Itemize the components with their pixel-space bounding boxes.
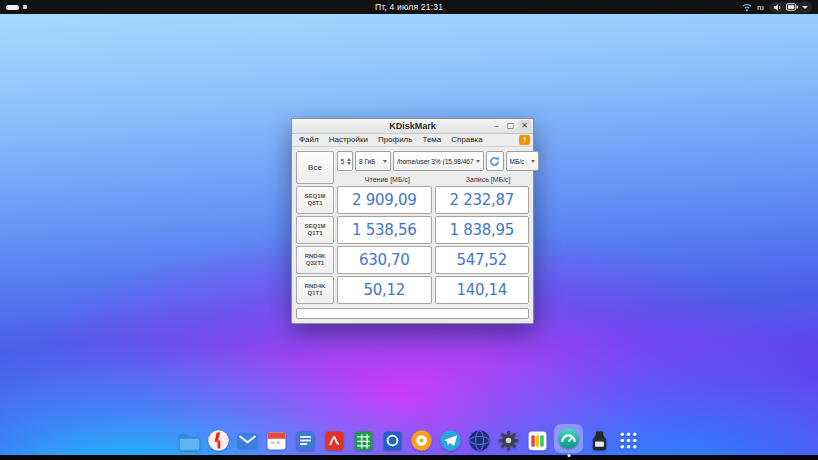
dock-icon-text-document[interactable] bbox=[293, 428, 318, 453]
dock-icon-clock[interactable] bbox=[409, 428, 434, 453]
panel-right: ru bbox=[742, 2, 812, 13]
table-row: SEQ1M Q8T1 2 909,09 2 232,87 bbox=[296, 186, 529, 214]
write-header: Запись [МБ/с] bbox=[438, 176, 539, 183]
chevron-down-icon bbox=[802, 6, 808, 9]
dock-icon-calendar[interactable] bbox=[264, 428, 289, 453]
test-label-rnd4k-q32t1[interactable]: RND4K Q32T1 bbox=[296, 246, 334, 274]
unit-value: МБ/с bbox=[510, 158, 525, 165]
system-tray[interactable] bbox=[769, 2, 812, 13]
refresh-button[interactable] bbox=[486, 151, 504, 171]
dock-icon-yandex-browser[interactable] bbox=[206, 428, 231, 453]
window-content: Все 5 8 ГиБ /home/user 3% (15,98/467 bbox=[292, 147, 533, 323]
dock-icon-mail[interactable] bbox=[235, 428, 260, 453]
test-name: RND4K bbox=[305, 283, 326, 291]
dock-icon-web-browser[interactable] bbox=[467, 428, 492, 453]
minimize-button[interactable]: – bbox=[490, 120, 503, 132]
write-result[interactable]: 547,52 bbox=[435, 246, 530, 274]
table-row: SEQ1M Q1T1 1 538,56 1 838,95 bbox=[296, 216, 529, 244]
menu-item-settings[interactable]: Настройки bbox=[325, 135, 372, 144]
desktop: Пт, 4 июля 21:31 ru bbox=[0, 0, 818, 460]
test-label-seq1m-q1t1[interactable]: SEQ1M Q1T1 bbox=[296, 216, 334, 244]
test-name: SEQ1M bbox=[304, 193, 325, 201]
read-result[interactable]: 630,70 bbox=[337, 246, 432, 274]
test-name: SEQ1M bbox=[304, 223, 325, 231]
maximize-button[interactable]: ▢ bbox=[504, 120, 517, 132]
refresh-icon bbox=[489, 156, 500, 167]
read-result[interactable]: 2 909,09 bbox=[337, 186, 432, 214]
test-name: RND4K bbox=[305, 253, 326, 261]
dock-icon-media[interactable] bbox=[525, 428, 550, 453]
dock-icon-spreadsheet[interactable] bbox=[351, 428, 376, 453]
dock-icon-office-app[interactable] bbox=[380, 428, 405, 453]
test-size-value: 8 ГиБ bbox=[359, 158, 375, 165]
test-label-rnd4k-q1t1[interactable]: RND4K Q1T1 bbox=[296, 276, 334, 304]
toolbar: Все 5 8 ГиБ /home/user 3% (15,98/467 bbox=[296, 151, 529, 184]
menu-item-help[interactable]: Справка bbox=[447, 135, 486, 144]
keyboard-layout[interactable]: ru bbox=[757, 3, 764, 12]
warning-icon[interactable]: ! bbox=[519, 135, 530, 145]
run-all-button[interactable]: Все bbox=[296, 151, 334, 184]
menubar: Файл Настройки Профиль Тема Справка ! bbox=[292, 134, 533, 147]
table-row: RND4K Q32T1 630,70 547,52 bbox=[296, 246, 529, 274]
chevron-down-icon bbox=[476, 160, 480, 163]
test-queue-threads: Q1T1 bbox=[307, 290, 322, 298]
loop-count-value: 5 bbox=[338, 152, 347, 170]
read-result[interactable]: 1 538,56 bbox=[337, 216, 432, 244]
network-icon[interactable] bbox=[742, 3, 752, 12]
spinner-arrows-icon[interactable] bbox=[347, 152, 352, 170]
dock bbox=[177, 424, 641, 453]
table-row: RND4K Q1T1 50,12 140,14 bbox=[296, 276, 529, 304]
write-result[interactable]: 1 838,95 bbox=[435, 216, 530, 244]
dock-icon-telegram[interactable] bbox=[438, 428, 463, 453]
read-header: Чтение [МБ/с] bbox=[337, 176, 438, 183]
titlebar[interactable]: KDiskMark – ▢ ✕ bbox=[292, 119, 533, 134]
close-button[interactable]: ✕ bbox=[518, 120, 531, 132]
write-result[interactable]: 140,14 bbox=[435, 276, 530, 304]
dock-icon-settings[interactable] bbox=[496, 428, 521, 453]
column-headers: Чтение [МБ/с] Запись [МБ/с] bbox=[337, 171, 539, 184]
clock[interactable]: Пт, 4 июля 21:31 bbox=[0, 2, 818, 12]
target-path-combo[interactable]: /home/user 3% (15,98/467 bbox=[393, 151, 484, 171]
benchmark-options-row: 5 8 ГиБ /home/user 3% (15,98/467 bbox=[337, 151, 539, 171]
dock-icon-pdf-reader[interactable] bbox=[322, 428, 347, 453]
test-size-combo[interactable]: 8 ГиБ bbox=[355, 151, 391, 171]
top-panel: Пт, 4 июля 21:31 ru bbox=[0, 0, 818, 14]
read-result[interactable]: 50,12 bbox=[337, 276, 432, 304]
target-path-value: /home/user 3% (15,98/467 bbox=[397, 158, 474, 165]
kdiskmark-window: KDiskMark – ▢ ✕ Файл Настройки Профиль Т… bbox=[291, 118, 534, 324]
menu-item-file[interactable]: Файл bbox=[295, 135, 323, 144]
dock-icon-kdiskmark[interactable] bbox=[554, 424, 583, 453]
progress-bar bbox=[296, 308, 529, 319]
test-queue-threads: Q8T1 bbox=[307, 200, 322, 208]
loop-count-spinbox[interactable]: 5 bbox=[337, 151, 353, 171]
chevron-down-icon bbox=[531, 160, 535, 163]
test-queue-threads: Q1T1 bbox=[307, 230, 322, 238]
test-queue-threads: Q32T1 bbox=[306, 260, 324, 268]
dock-icon-file-manager[interactable] bbox=[177, 428, 202, 453]
menu-item-profile[interactable]: Профиль bbox=[374, 135, 417, 144]
window-controls: – ▢ ✕ bbox=[490, 120, 533, 132]
menu-item-theme[interactable]: Тема bbox=[418, 135, 445, 144]
test-label-seq1m-q8t1[interactable]: SEQ1M Q8T1 bbox=[296, 186, 334, 214]
dock-icon-app-grid[interactable] bbox=[616, 428, 641, 453]
bottom-bezel bbox=[0, 455, 818, 460]
unit-combo[interactable]: МБ/с bbox=[506, 151, 539, 171]
battery-icon bbox=[786, 3, 798, 11]
dock-icon-dark-app[interactable] bbox=[587, 428, 612, 453]
chevron-down-icon bbox=[383, 160, 387, 163]
volume-icon bbox=[773, 3, 782, 12]
write-result[interactable]: 2 232,87 bbox=[435, 186, 530, 214]
